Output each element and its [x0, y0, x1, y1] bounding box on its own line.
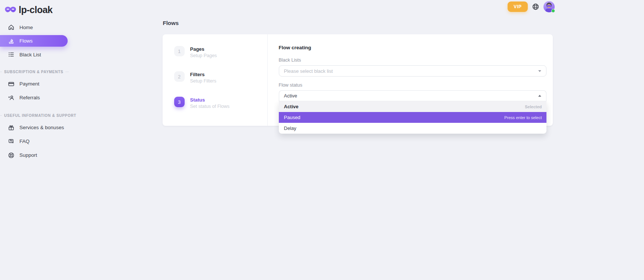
- sidebar-item-label: Flows: [19, 38, 33, 44]
- form-title: Flow creating: [279, 45, 546, 50]
- step-subtitle: Setup Pages: [190, 53, 217, 58]
- sidebar-section-support: USEFUL INFORMATION & SUPPORT: [0, 113, 71, 118]
- sidebar-item-label: Services & bonuses: [19, 125, 64, 130]
- sidebar-item-home[interactable]: Home: [0, 21, 71, 34]
- credit-card-icon: [8, 81, 15, 87]
- sidebar-nav: Home Flows Black List: [0, 21, 71, 162]
- black-lists-label: Black Lists: [279, 57, 546, 63]
- option-active[interactable]: Active Selected: [279, 101, 546, 112]
- sidebar-item-label: FAQ: [19, 139, 30, 144]
- sidebar-item-support[interactable]: Support: [0, 148, 71, 162]
- option-paused[interactable]: Paused Press enter to select: [279, 112, 546, 123]
- step-title: Filters: [190, 72, 216, 77]
- flow-status-select-wrap: Active Active Selected Paused Press ente…: [279, 90, 546, 101]
- sidebar-item-label: Support: [19, 152, 37, 158]
- flow-status-select[interactable]: Active: [279, 90, 546, 101]
- page-title: Flows: [163, 20, 553, 26]
- step-filters[interactable]: 2 Filters Setup Filters: [174, 71, 267, 84]
- sidebar-item-label: Payment: [19, 81, 39, 87]
- option-delay[interactable]: Delay: [279, 123, 546, 134]
- step-number: 2: [174, 71, 185, 82]
- sidebar-section-subscription: SUBSCRIPTION & PAYMENTS: [0, 70, 71, 74]
- mask-logo-icon: [5, 6, 16, 14]
- sidebar-item-label: Referrals: [19, 95, 40, 100]
- step-title: Pages: [190, 46, 217, 52]
- list-icon: [8, 51, 15, 58]
- sidebar-item-black-list[interactable]: Black List: [0, 48, 71, 61]
- step-pages[interactable]: 1 Pages Setup Pages: [174, 46, 267, 58]
- flow-creating-form: Flow creating Black Lists Please select …: [268, 34, 553, 126]
- flow-status-value: Active: [284, 93, 297, 99]
- support-lifebuoy-icon: [8, 152, 15, 159]
- black-lists-select[interactable]: Please select black list: [279, 65, 546, 77]
- sidebar-item-flows[interactable]: Flows: [0, 35, 68, 47]
- gift-icon: [8, 124, 15, 131]
- flow-status-label: Flow status: [279, 83, 546, 88]
- flow-wizard-card: 1 Pages Setup Pages 2 Filters Setup Filt…: [163, 34, 553, 126]
- referral-person-icon: [8, 94, 15, 101]
- flow-status-options: Active Selected Paused Press enter to se…: [279, 101, 546, 134]
- wizard-steps: 1 Pages Setup Pages 2 Filters Setup Filt…: [163, 34, 268, 126]
- chevron-up-icon: [538, 95, 541, 97]
- sidebar-item-faq[interactable]: FAQ: [0, 134, 71, 148]
- option-label: Active: [284, 104, 299, 109]
- step-number: 3: [174, 97, 185, 107]
- option-hint: Selected: [525, 105, 542, 109]
- app-logo[interactable]: lp-cloak: [0, 0, 71, 16]
- chevron-down-icon: [538, 70, 541, 72]
- black-lists-placeholder: Please select black list: [284, 68, 333, 74]
- step-status[interactable]: 3 Status Set status of Flows: [174, 97, 267, 109]
- sidebar: lp-cloak Home Flows: [0, 0, 71, 280]
- step-number: 1: [174, 46, 185, 56]
- sidebar-item-services[interactable]: Services & bonuses: [0, 121, 71, 134]
- option-label: Paused: [284, 115, 301, 120]
- step-subtitle: Setup Filters: [190, 78, 216, 84]
- home-icon: [8, 24, 15, 31]
- sidebar-item-payment[interactable]: Payment: [0, 77, 71, 91]
- faq-bubble-icon: [8, 138, 15, 145]
- sidebar-item-label: Black List: [19, 52, 41, 57]
- flows-stack-icon: [8, 38, 15, 44]
- option-hint: Press enter to select: [504, 115, 542, 120]
- sidebar-item-label: Home: [19, 25, 33, 30]
- app-name: lp-cloak: [19, 4, 52, 15]
- step-subtitle: Set status of Flows: [190, 104, 230, 109]
- step-title: Status: [190, 97, 230, 103]
- option-label: Delay: [284, 125, 296, 131]
- main-area: Flows 1 Pages Setup Pages 2 Filters Setu…: [71, 0, 644, 280]
- sidebar-item-referrals[interactable]: Referrals: [0, 91, 71, 105]
